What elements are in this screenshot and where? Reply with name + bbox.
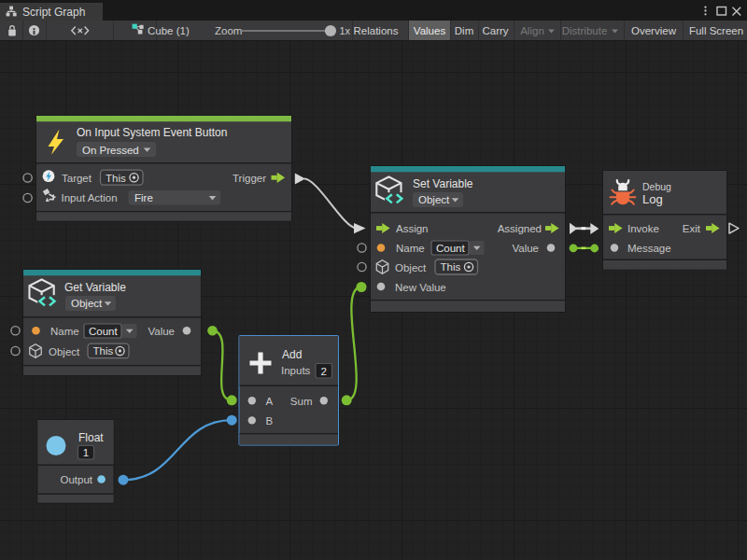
svg-text:This: This	[93, 345, 114, 357]
svg-text:Add: Add	[282, 348, 302, 361]
svg-text:Output: Output	[60, 474, 92, 485]
svg-text:Exit: Exit	[683, 223, 701, 234]
svg-text:Value: Value	[148, 326, 175, 337]
svg-text:Fire: Fire	[134, 192, 153, 203]
svg-text:Assign: Assign	[396, 223, 429, 234]
svg-text:Relations: Relations	[354, 25, 399, 36]
svg-text:New Value: New Value	[395, 282, 446, 293]
svg-text:Object: Object	[71, 298, 103, 309]
svg-text:Object: Object	[49, 346, 80, 357]
svg-text:B: B	[266, 415, 274, 427]
svg-text:On Input System Event Button: On Input System Event Button	[77, 126, 227, 139]
svg-text:2: 2	[320, 366, 326, 377]
svg-text:Inputs: Inputs	[281, 365, 311, 376]
svg-text:Invoke: Invoke	[627, 223, 659, 234]
svg-text:Value: Value	[512, 243, 539, 254]
svg-text:Name: Name	[50, 326, 79, 337]
svg-text:Trigger: Trigger	[233, 173, 266, 184]
svg-text:A: A	[266, 396, 274, 407]
svg-text:Full Screen: Full Screen	[689, 25, 743, 36]
svg-text:Log: Log	[642, 192, 663, 206]
svg-text:This: This	[106, 173, 126, 184]
svg-text:Dim: Dim	[455, 25, 473, 36]
svg-text:Count: Count	[436, 243, 465, 254]
svg-text:Get Variable: Get Variable	[64, 281, 126, 294]
svg-text:1: 1	[83, 447, 89, 458]
svg-text:Float: Float	[78, 431, 104, 444]
svg-text:Script Graph: Script Graph	[22, 6, 85, 19]
svg-text:Input Action: Input Action	[62, 192, 118, 203]
svg-text:Values: Values	[414, 25, 446, 36]
svg-text:This: This	[441, 261, 461, 273]
svg-text:Overview: Overview	[631, 25, 677, 36]
svg-text:Distribute: Distribute	[562, 25, 608, 36]
svg-text:Align: Align	[520, 25, 544, 36]
svg-text:Message: Message	[627, 243, 671, 254]
svg-text:On Pressed: On Pressed	[82, 145, 139, 156]
svg-text:Object: Object	[395, 262, 427, 273]
svg-text:Name: Name	[396, 243, 425, 254]
svg-text:Zoom: Zoom	[215, 25, 242, 36]
svg-text:Carry: Carry	[482, 25, 508, 36]
svg-text:Assigned: Assigned	[498, 223, 542, 234]
svg-text:Set Variable: Set Variable	[413, 177, 473, 190]
svg-text:Cube (1): Cube (1)	[148, 25, 190, 36]
svg-text:1x: 1x	[340, 25, 351, 36]
svg-text:Debug: Debug	[642, 181, 671, 192]
svg-text:Count: Count	[89, 326, 118, 337]
svg-text:Target: Target	[62, 173, 92, 184]
svg-text:Object: Object	[418, 194, 450, 205]
svg-text:Sum: Sum	[290, 396, 313, 407]
